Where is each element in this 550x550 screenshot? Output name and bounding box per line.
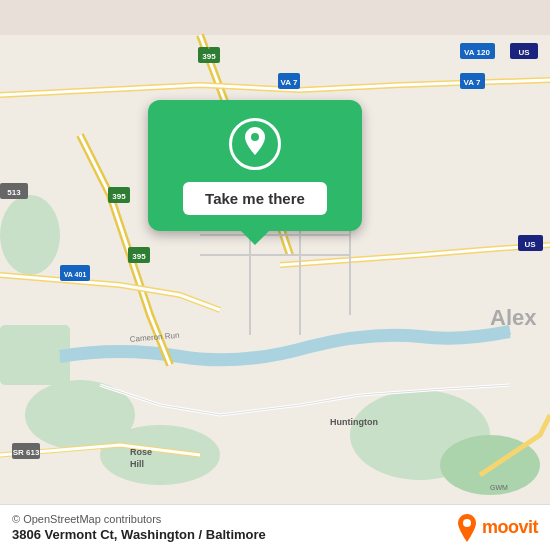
svg-text:395: 395 — [112, 192, 126, 201]
svg-text:VA 7: VA 7 — [281, 78, 298, 87]
popup-card: Take me there — [148, 100, 362, 231]
svg-rect-6 — [0, 325, 70, 385]
bottom-bar: © OpenStreetMap contributors 3806 Vermon… — [0, 504, 550, 550]
svg-text:I: I — [208, 44, 209, 50]
moovit-pin-icon — [456, 514, 478, 542]
map-container: Cameron Run Rose Hill Huntington Alex 39… — [0, 0, 550, 550]
svg-text:VA 7: VA 7 — [464, 78, 481, 87]
location-icon — [229, 118, 281, 170]
take-me-there-button[interactable]: Take me there — [183, 182, 327, 215]
svg-text:Rose: Rose — [130, 447, 152, 457]
moovit-logo: moovit — [456, 514, 538, 542]
svg-text:Huntington: Huntington — [330, 417, 378, 427]
map-background: Cameron Run Rose Hill Huntington Alex 39… — [0, 0, 550, 550]
svg-text:Hill: Hill — [130, 459, 144, 469]
svg-point-2 — [100, 425, 220, 485]
svg-text:395: 395 — [132, 252, 146, 261]
svg-text:Alex: Alex — [490, 305, 537, 330]
address-text: 3806 Vermont Ct, Washington / Baltimore — [12, 527, 266, 542]
svg-text:SR 613: SR 613 — [13, 448, 40, 457]
svg-text:395: 395 — [202, 52, 216, 61]
svg-point-5 — [0, 195, 60, 275]
svg-text:VA 401: VA 401 — [64, 271, 87, 278]
moovit-brand-text: moovit — [482, 517, 538, 538]
svg-point-41 — [251, 133, 259, 141]
svg-text:GWM: GWM — [490, 484, 508, 491]
pin-icon — [241, 127, 269, 161]
svg-text:VA 120: VA 120 — [464, 48, 490, 57]
svg-point-42 — [463, 519, 471, 527]
svg-text:513: 513 — [7, 188, 21, 197]
svg-text:US: US — [524, 240, 536, 249]
copyright-text: © OpenStreetMap contributors — [12, 513, 266, 525]
svg-text:US: US — [518, 48, 530, 57]
